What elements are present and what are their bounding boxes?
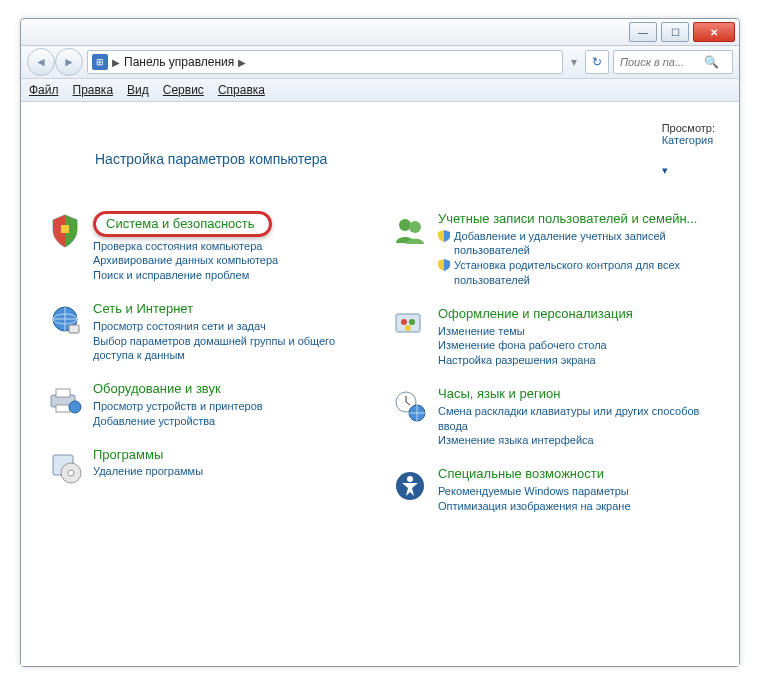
view-by[interactable]: Просмотр: Категория ▾ <box>662 122 715 195</box>
svg-point-12 <box>409 221 421 233</box>
link-change-theme[interactable]: Изменение темы <box>438 324 525 339</box>
category-users: Учетные записи пользователей и семейн...… <box>390 211 715 288</box>
search-input[interactable] <box>618 55 700 69</box>
recent-dropdown[interactable]: ▾ <box>567 55 581 69</box>
svg-rect-6 <box>56 405 70 412</box>
page-title: Настройка параметров компьютера <box>95 151 327 167</box>
category-title-appearance[interactable]: Оформление и персонализация <box>438 306 633 322</box>
link-add-remove-accounts[interactable]: Добавление и удаление учетных записей по… <box>454 229 715 259</box>
menu-file[interactable]: Файл <box>29 83 59 97</box>
control-panel-icon: ⊞ <box>92 54 108 70</box>
category-title-ease[interactable]: Специальные возможности <box>438 466 604 482</box>
link-backup[interactable]: Архивирование данных компьютера <box>93 253 278 268</box>
category-clock-language: Часы, язык и регион Смена раскладки клав… <box>390 386 715 448</box>
link-optimize-display[interactable]: Оптимизация изображения на экране <box>438 499 631 514</box>
search-box[interactable]: 🔍 <box>613 50 733 74</box>
clock-globe-icon <box>390 386 430 426</box>
uac-shield-icon <box>438 230 450 242</box>
search-icon: 🔍 <box>704 55 719 69</box>
svg-point-10 <box>68 470 74 476</box>
svg-point-7 <box>69 401 81 413</box>
printer-icon <box>45 381 85 421</box>
category-network: Сеть и Интернет Просмотр состояния сети … <box>45 301 370 363</box>
svg-point-14 <box>401 319 407 325</box>
titlebar: ― ☐ ✕ <box>21 19 739 46</box>
svg-rect-0 <box>61 225 69 233</box>
menubar: Файл Правка Вид Сервис Справка <box>21 79 739 102</box>
category-title-users[interactable]: Учетные записи пользователей и семейн... <box>438 211 697 227</box>
navbar: ◄ ► ⊞ ▶ Панель управления ▶ ▾ ↻ 🔍 <box>21 46 739 79</box>
link-network-status[interactable]: Просмотр состояния сети и задач <box>93 319 266 334</box>
category-ease-of-access: Специальные возможности Рекомендуемые Wi… <box>390 466 715 513</box>
link-add-device[interactable]: Добавление устройства <box>93 414 215 429</box>
back-button[interactable]: ◄ <box>27 48 55 76</box>
svg-point-20 <box>407 476 413 482</box>
chevron-right-icon: ▶ <box>238 57 246 68</box>
svg-point-11 <box>399 219 411 231</box>
globe-icon <box>45 301 85 341</box>
close-button[interactable]: ✕ <box>693 22 735 42</box>
link-troubleshoot[interactable]: Поиск и исправление проблем <box>93 268 249 283</box>
menu-tools[interactable]: Сервис <box>163 83 204 97</box>
category-programs: Программы Удаление программы <box>45 447 370 487</box>
forward-button[interactable]: ► <box>55 48 83 76</box>
svg-point-15 <box>409 319 415 325</box>
disc-icon <box>45 447 85 487</box>
address-title: Панель управления <box>124 55 234 69</box>
category-title-clock[interactable]: Часы, язык и регион <box>438 386 560 402</box>
link-devices-printers[interactable]: Просмотр устройств и принтеров <box>93 399 263 414</box>
menu-edit[interactable]: Правка <box>73 83 114 97</box>
link-homegroup[interactable]: Выбор параметров домашней группы и общег… <box>93 334 370 364</box>
menu-view[interactable]: Вид <box>127 83 149 97</box>
category-hardware: Оборудование и звук Просмотр устройств и… <box>45 381 370 428</box>
category-title-programs[interactable]: Программы <box>93 447 163 463</box>
link-check-status[interactable]: Проверка состояния компьютера <box>93 239 262 254</box>
ease-of-access-icon <box>390 466 430 506</box>
refresh-button[interactable]: ↻ <box>585 50 609 74</box>
address-bar[interactable]: ⊞ ▶ Панель управления ▶ <box>87 50 563 74</box>
content: Настройка параметров компьютера Просмотр… <box>21 102 739 666</box>
maximize-button[interactable]: ☐ <box>661 22 689 42</box>
category-title-network[interactable]: Сеть и Интернет <box>93 301 193 317</box>
link-display-language[interactable]: Изменение языка интерфейса <box>438 433 594 448</box>
link-uninstall[interactable]: Удаление программы <box>93 464 203 479</box>
svg-rect-3 <box>69 325 79 333</box>
category-appearance: Оформление и персонализация Изменение те… <box>390 306 715 368</box>
category-system-security: Система и безопасность Проверка состояни… <box>45 211 370 283</box>
svg-point-16 <box>405 325 411 331</box>
chevron-down-icon: ▾ <box>662 164 715 177</box>
link-keyboard-layout[interactable]: Смена раскладки клавиатуры или других сп… <box>438 404 715 434</box>
menu-help[interactable]: Справка <box>218 83 265 97</box>
chevron-right-icon: ▶ <box>112 57 120 68</box>
palette-icon <box>390 306 430 346</box>
link-windows-recommend[interactable]: Рекомендуемые Windows параметры <box>438 484 629 499</box>
users-icon <box>390 211 430 251</box>
minimize-button[interactable]: ― <box>629 22 657 42</box>
shield-icon <box>45 211 85 251</box>
link-parental-controls[interactable]: Установка родительского контроля для все… <box>454 258 715 288</box>
svg-rect-5 <box>56 389 70 397</box>
category-title-hardware[interactable]: Оборудование и звук <box>93 381 221 397</box>
uac-shield-icon <box>438 259 450 271</box>
link-screen-resolution[interactable]: Настройка разрешения экрана <box>438 353 596 368</box>
link-change-background[interactable]: Изменение фона рабочего стола <box>438 338 607 353</box>
category-title-system-security[interactable]: Система и безопасность <box>93 211 272 237</box>
